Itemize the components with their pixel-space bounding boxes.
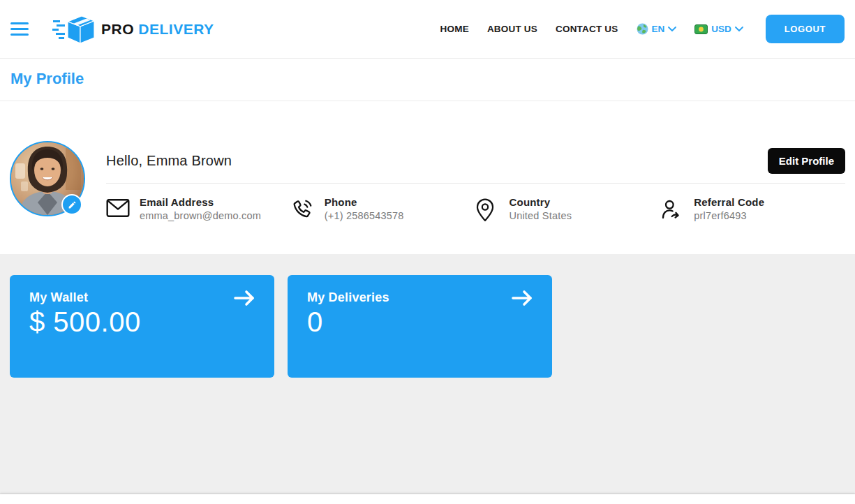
field-label: Phone bbox=[325, 196, 404, 208]
field-value: emma_brown@demo.com bbox=[140, 210, 261, 221]
logo-pro: PRO bbox=[101, 21, 134, 37]
delivery-box-icon bbox=[52, 13, 96, 45]
nav-link-about-us[interactable]: ABOUT US bbox=[487, 24, 537, 34]
location-pin-icon bbox=[476, 196, 500, 225]
my-deliveries-card[interactable]: My Deliveries 0 bbox=[288, 275, 552, 378]
page-title-section: My Profile bbox=[0, 59, 855, 101]
profile-main: Hello, Emma Brown Edit Profile Email Add… bbox=[106, 141, 845, 254]
banknote-icon bbox=[694, 24, 708, 34]
profile-avatar bbox=[10, 141, 85, 216]
chevron-down-icon bbox=[668, 27, 676, 32]
my-wallet-card[interactable]: My Wallet $ 500.00 bbox=[10, 275, 274, 378]
currency-label: USD bbox=[711, 24, 731, 34]
field-text: Phone (+1) 2586543578 bbox=[325, 196, 404, 221]
field-value: United States bbox=[510, 210, 572, 221]
app-logo[interactable]: PRO DELIVERY bbox=[52, 13, 214, 45]
field-text: Country United States bbox=[510, 196, 572, 221]
field-email: Email Address emma_brown@demo.com bbox=[106, 196, 291, 225]
field-text: Email Address emma_brown@demo.com bbox=[140, 196, 261, 221]
profile-section: Hello, Emma Brown Edit Profile Email Add… bbox=[0, 101, 855, 254]
nav-link-home[interactable]: HOME bbox=[440, 24, 469, 34]
profile-fields-row: Email Address emma_brown@demo.com Phone … bbox=[106, 196, 845, 254]
edit-profile-button[interactable]: Edit Profile bbox=[768, 148, 845, 174]
globe-icon bbox=[637, 23, 648, 35]
profile-greeting: Hello, Emma Brown bbox=[106, 153, 232, 169]
currency-picker[interactable]: USD bbox=[694, 24, 743, 34]
card-title: My Deliveries bbox=[307, 290, 533, 305]
card-title: My Wallet bbox=[29, 290, 255, 305]
logo-delivery: DELIVERY bbox=[138, 21, 214, 37]
field-value: prl7erf6493 bbox=[694, 210, 764, 221]
page-title: My Profile bbox=[10, 70, 845, 88]
logout-button[interactable]: LOGOUT bbox=[766, 15, 845, 43]
arrow-right-icon bbox=[234, 289, 256, 310]
stats-section: My Wallet $ 500.00 My Deliveries 0 bbox=[0, 254, 855, 494]
chevron-down-icon bbox=[735, 27, 743, 32]
language-label: EN bbox=[652, 24, 665, 34]
field-label: Email Address bbox=[140, 196, 261, 208]
referral-icon bbox=[660, 196, 684, 223]
top-navbar: PRO DELIVERY HOME ABOUT US CONTACT US EN bbox=[0, 0, 855, 59]
field-label: Country bbox=[510, 196, 572, 208]
arrow-right-icon bbox=[512, 289, 534, 310]
field-phone: Phone (+1) 2586543578 bbox=[291, 196, 476, 225]
edit-avatar-button[interactable] bbox=[61, 194, 82, 215]
field-value: (+1) 2586543578 bbox=[325, 210, 404, 221]
header-actions: HOME ABOUT US CONTACT US EN USD bbox=[440, 15, 845, 43]
phone-icon bbox=[291, 196, 315, 223]
field-text: Referral Code prl7erf6493 bbox=[694, 196, 764, 221]
nav-link-contact-us[interactable]: CONTACT US bbox=[556, 24, 618, 34]
app-logo-text: PRO DELIVERY bbox=[101, 21, 214, 38]
hamburger-menu-icon[interactable] bbox=[10, 22, 29, 36]
card-value: 0 bbox=[307, 306, 533, 338]
pencil-icon bbox=[68, 200, 77, 209]
field-label: Referral Code bbox=[694, 196, 764, 208]
field-referral-code: Referral Code prl7erf6493 bbox=[660, 196, 845, 225]
footer-strip bbox=[0, 494, 855, 504]
card-value: $ 500.00 bbox=[29, 306, 255, 338]
language-picker[interactable]: EN bbox=[637, 23, 677, 35]
profile-divider bbox=[106, 183, 845, 184]
envelope-icon bbox=[106, 196, 130, 221]
field-country: Country United States bbox=[476, 196, 661, 225]
profile-header-row: Hello, Emma Brown Edit Profile bbox=[106, 141, 845, 177]
